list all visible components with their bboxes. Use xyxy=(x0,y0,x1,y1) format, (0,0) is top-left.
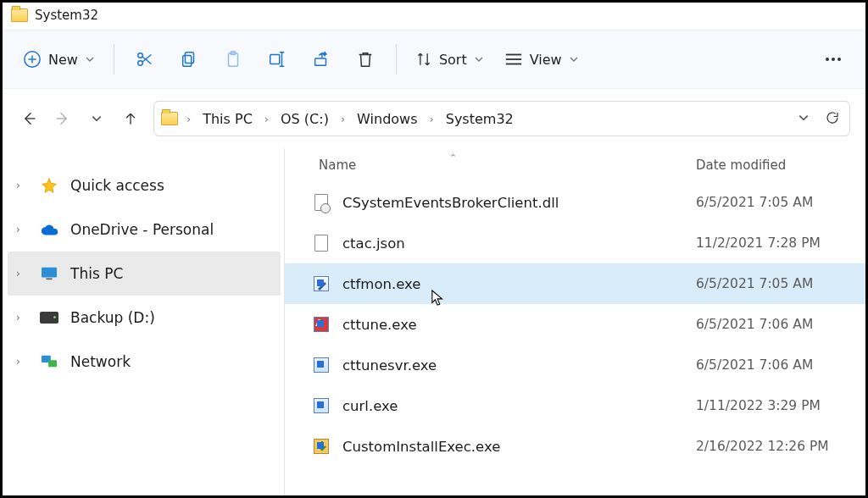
svg-rect-15 xyxy=(315,58,326,65)
copy-icon xyxy=(180,50,198,69)
file-name: CustomInstallExec.exe xyxy=(342,439,696,455)
svg-rect-27 xyxy=(48,360,57,367)
forward-button[interactable] xyxy=(52,108,74,130)
share-button[interactable] xyxy=(301,41,342,78)
svg-point-19 xyxy=(826,58,829,61)
file-row[interactable]: A cttune.exe 6/5/2021 7:06 AM xyxy=(285,304,865,345)
json-file-icon xyxy=(312,234,331,252)
svg-point-21 xyxy=(837,58,841,61)
scissors-icon xyxy=(136,50,154,69)
column-header-name[interactable]: ⌃ Name xyxy=(285,158,696,173)
sidebar-item-backup-drive[interactable]: › Backup (D:) xyxy=(8,296,281,340)
file-date: 1/11/2022 3:29 PM xyxy=(696,398,865,413)
sidebar-item-label: Quick access xyxy=(70,177,164,194)
chevron-right-icon[interactable]: › xyxy=(16,312,28,324)
chevron-right-icon[interactable]: › xyxy=(186,113,191,125)
cut-button[interactable] xyxy=(125,41,165,78)
exe-file-icon xyxy=(312,356,331,374)
file-row[interactable]: cttunesvr.exe 6/5/2021 7:06 AM xyxy=(285,345,865,385)
address-bar[interactable]: › This PC › OS (C:) › Windows › System32 xyxy=(153,101,850,136)
file-row[interactable]: ctfmon.exe 6/5/2021 7:05 AM xyxy=(285,263,865,304)
file-date: 6/5/2021 7:05 AM xyxy=(696,276,865,291)
sidebar-item-this-pc[interactable]: › This PC xyxy=(8,252,281,296)
folder-icon xyxy=(11,8,28,22)
file-row[interactable]: CSystemEventsBrokerClient.dll 6/5/2021 7… xyxy=(285,182,865,223)
svg-rect-7 xyxy=(185,53,193,64)
sidebar-item-label: Network xyxy=(70,353,131,370)
delete-button[interactable] xyxy=(345,41,386,78)
sidebar-item-network[interactable]: › Network xyxy=(8,340,281,384)
chevron-down-icon xyxy=(474,54,484,64)
drive-icon xyxy=(40,309,58,326)
chevron-right-icon[interactable]: › xyxy=(16,180,28,191)
sidebar-item-label: Backup (D:) xyxy=(70,309,155,326)
file-row[interactable]: ctac.json 11/2/2021 7:28 PM xyxy=(285,223,865,263)
file-date: 6/5/2021 7:06 AM xyxy=(696,357,865,373)
svg-rect-8 xyxy=(183,55,192,66)
chevron-right-icon[interactable]: › xyxy=(16,224,28,235)
sidebar-item-label: This PC xyxy=(70,265,123,282)
recent-button[interactable] xyxy=(86,108,108,130)
file-date: 6/5/2021 7:05 AM xyxy=(696,195,865,210)
chevron-right-icon[interactable]: › xyxy=(341,113,345,125)
clipboard-icon xyxy=(224,50,242,69)
star-icon xyxy=(40,177,58,194)
chevron-right-icon[interactable]: › xyxy=(430,113,434,125)
sort-ascending-icon: ⌃ xyxy=(449,152,457,163)
refresh-button[interactable] xyxy=(822,110,843,128)
sidebar-item-quick-access[interactable]: › Quick access xyxy=(8,163,281,208)
view-button[interactable]: View xyxy=(496,41,587,78)
breadcrumb-segment[interactable]: OS (C:) xyxy=(277,109,332,129)
ellipsis-icon xyxy=(823,49,843,69)
sidebar: › Quick access › OneDrive - Personal › T… xyxy=(3,148,284,495)
sidebar-item-label: OneDrive - Personal xyxy=(70,221,214,238)
svg-rect-11 xyxy=(270,55,280,64)
chevron-right-icon[interactable]: › xyxy=(16,356,28,368)
sort-button[interactable]: Sort xyxy=(407,41,492,78)
share-icon xyxy=(312,50,331,69)
file-date: 6/5/2021 7:06 AM xyxy=(696,317,865,332)
file-name: cttunesvr.exe xyxy=(342,357,696,374)
up-button[interactable] xyxy=(120,108,142,130)
navrow: › This PC › OS (C:) › Windows › System32 xyxy=(3,89,865,148)
breadcrumb-segment[interactable]: Windows xyxy=(353,109,420,129)
divider xyxy=(396,44,397,75)
history-dropdown[interactable] xyxy=(793,112,814,126)
cloud-icon xyxy=(40,221,58,238)
rename-icon xyxy=(268,50,287,69)
back-button[interactable] xyxy=(18,108,40,130)
breadcrumb-segment[interactable]: This PC xyxy=(199,109,256,129)
breadcrumb-segment[interactable]: System32 xyxy=(442,109,517,129)
column-header-row: ⌃ Name Date modified xyxy=(285,148,865,182)
exe-file-icon xyxy=(312,274,331,293)
file-name: ctfmon.exe xyxy=(342,276,696,292)
column-header-date[interactable]: Date modified xyxy=(696,158,865,173)
more-button[interactable] xyxy=(813,41,854,78)
network-icon xyxy=(40,353,58,370)
chevron-right-icon[interactable]: › xyxy=(264,113,269,125)
file-name: cttune.exe xyxy=(342,317,696,333)
file-row[interactable]: CustomInstallExec.exe 2/16/2022 12:26 PM xyxy=(285,426,865,467)
trash-icon xyxy=(356,50,375,69)
file-row[interactable]: curl.exe 1/11/2022 3:29 PM xyxy=(285,385,865,426)
file-date: 11/2/2021 7:28 PM xyxy=(696,235,865,251)
monitor-icon xyxy=(40,265,58,282)
file-name: CSystemEventsBrokerClient.dll xyxy=(342,195,696,211)
window-title: System32 xyxy=(35,8,98,23)
paste-button[interactable] xyxy=(213,41,253,78)
svg-rect-24 xyxy=(42,268,57,278)
chevron-right-icon[interactable]: › xyxy=(16,268,28,279)
exe-file-icon: A xyxy=(312,315,331,334)
copy-button[interactable] xyxy=(169,41,209,78)
file-name: ctac.json xyxy=(342,235,696,252)
new-button[interactable]: New xyxy=(14,41,103,78)
file-name: curl.exe xyxy=(342,398,696,414)
view-icon xyxy=(504,51,523,68)
chevron-down-icon xyxy=(85,54,95,64)
file-date: 2/16/2022 12:26 PM xyxy=(696,439,865,454)
sidebar-item-onedrive[interactable]: › OneDrive - Personal xyxy=(8,208,281,252)
divider xyxy=(114,44,114,75)
rename-button[interactable] xyxy=(257,41,298,78)
exe-file-icon xyxy=(312,396,331,415)
svg-rect-25 xyxy=(46,278,52,279)
